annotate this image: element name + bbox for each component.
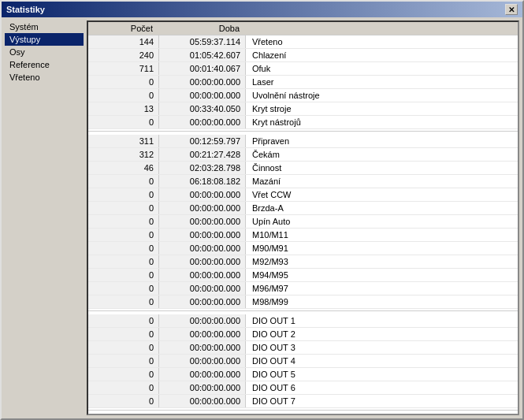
cell-count: 0 <box>88 242 159 255</box>
table-row[interactable]: 000:00:00.000M90/M91 <box>88 242 518 255</box>
table-row[interactable]: 000:00:00.000DIO OUT 6 <box>88 381 518 395</box>
table-row[interactable]: 000:00:00.000DIO OUT 1 <box>88 314 518 328</box>
table-row[interactable]: 000:00:00.000M96/M97 <box>88 282 518 295</box>
cell-count: 0 <box>88 328 159 340</box>
table-row[interactable]: 006:18:08.182Mazání <box>88 175 518 188</box>
cell-label: Činnost <box>246 163 518 173</box>
cell-count: 0 <box>88 255 159 268</box>
cell-label: M90/M91 <box>246 243 518 253</box>
table-row[interactable]: 000:00:00.000M92/M93 <box>88 255 518 269</box>
sidebar-item-v-eteno[interactable]: Vřeteno <box>5 71 84 84</box>
cell-count: 711 <box>88 62 159 75</box>
sidebar-item-v-stupy[interactable]: Výstupy <box>5 33 84 46</box>
cell-label: Mazání <box>246 177 518 186</box>
cell-label: Uvolnění nástroje <box>246 91 518 100</box>
table-row[interactable]: 000:00:00.000Upín Auto <box>88 215 518 229</box>
cell-count: 13 <box>88 102 159 115</box>
header-label <box>246 24 518 33</box>
cell-time: 00:00:00.000 <box>159 89 246 102</box>
cell-label: Kryt stroje <box>246 104 518 113</box>
cell-label: Upín Auto <box>246 217 518 226</box>
table-row[interactable]: 000:00:00.000DIO OUT 7 <box>88 395 518 408</box>
cell-time: 00:00:00.000 <box>159 341 246 354</box>
table-row[interactable]: 24001:05:42.607Chlazení <box>88 49 518 62</box>
table-row[interactable]: 71100:01:40.067Ofuk <box>88 62 518 76</box>
cell-count: 0 <box>88 188 159 201</box>
data-group-0: 14405:59:37.114Vřeteno24001:05:42.607Chl… <box>88 35 518 132</box>
cell-count: 46 <box>88 162 159 174</box>
cell-time: 00:00:00.000 <box>159 76 246 88</box>
table-row[interactable]: 1300:33:40.050Kryt stroje <box>88 102 518 116</box>
table-row[interactable]: 4602:03:28.798Činnost <box>88 162 518 175</box>
table-row[interactable]: 000:00:00.000DIO OUT 5 <box>88 368 518 381</box>
table-row[interactable]: 31200:21:27.428Čekám <box>88 148 518 162</box>
cell-count: 312 <box>88 148 159 161</box>
table-row[interactable]: 000:00:00.000Brzda-A <box>88 202 518 215</box>
sidebar-item-osy[interactable]: Osy <box>5 46 84 58</box>
cell-time: 00:00:00.000 <box>159 242 246 255</box>
close-button[interactable]: ✕ <box>505 4 518 15</box>
cell-time: 00:00:00.000 <box>159 269 246 281</box>
cell-count: 0 <box>88 314 159 327</box>
main-area: Počet Doba 14405:59:37.114Vřeteno24001:0… <box>87 20 519 415</box>
cell-time: 00:00:00.000 <box>159 282 246 295</box>
cell-count: 240 <box>88 49 159 61</box>
cell-time: 00:00:00.000 <box>159 395 246 407</box>
table-row[interactable]: 000:00:00.000Uvolnění nástroje <box>88 89 518 102</box>
table-row[interactable]: 000:00:00.000DIO OUT 3 <box>88 341 518 355</box>
cell-count: 0 <box>88 215 159 228</box>
header-count: Počet <box>88 24 159 33</box>
cell-label: DIO OUT 4 <box>246 356 518 366</box>
main-window: Statistiky ✕ SystémVýstupyOsyReferenceVř… <box>0 0 524 420</box>
table-row[interactable]: 000:00:00.000M98/M99 <box>88 295 518 309</box>
sidebar-item-reference[interactable]: Reference <box>5 58 84 71</box>
cell-time: 05:59:37.114 <box>159 35 246 48</box>
cell-time: 00:00:00.000 <box>159 368 246 381</box>
table-row[interactable]: 000:00:00.000Kryt nástrojů <box>88 116 518 129</box>
cell-label: M94/M95 <box>246 270 518 280</box>
table-row[interactable]: 000:00:00.000M10/M11 <box>88 229 518 242</box>
table-row[interactable]: 000:00:00.000DIO OUT 4 <box>88 355 518 368</box>
cell-label: Kryt nástrojů <box>246 117 518 127</box>
cell-label: DIO OUT 6 <box>246 383 518 392</box>
cell-label: Čekám <box>246 150 518 159</box>
cell-label: Ofuk <box>246 64 518 73</box>
cell-count: 0 <box>88 355 159 367</box>
cell-time: 00:00:00.000 <box>159 328 246 340</box>
cell-time: 00:00:00.000 <box>159 255 246 268</box>
cell-label: DIO OUT 1 <box>246 316 518 325</box>
table-row[interactable]: 000:00:00.000Laser <box>88 76 518 89</box>
cell-label: DIO OUT 5 <box>246 370 518 379</box>
cell-label: DIO OUT 2 <box>246 329 518 339</box>
cell-count: 0 <box>88 381 159 394</box>
sidebar: SystémVýstupyOsyReferenceVřeteno <box>5 20 84 415</box>
cell-count: 0 <box>88 269 159 281</box>
cell-time: 00:00:00.000 <box>159 215 246 228</box>
table-row[interactable]: 31100:12:59.797Připraven <box>88 135 518 148</box>
header-time: Doba <box>159 24 246 33</box>
cell-count: 0 <box>88 341 159 354</box>
table-row[interactable]: 14405:59:37.114Vřeteno <box>88 35 518 49</box>
cell-count: 0 <box>88 175 159 188</box>
cell-time: 00:00:00.000 <box>159 355 246 367</box>
scroll-area[interactable]: 14405:59:37.114Vřeteno24001:05:42.607Chl… <box>88 35 518 414</box>
cell-time: 00:21:27.428 <box>159 148 246 161</box>
cell-time: 01:05:42.607 <box>159 49 246 61</box>
cell-time: 00:01:40.067 <box>159 62 246 75</box>
cell-label: M98/M99 <box>246 297 518 307</box>
cell-count: 0 <box>88 89 159 102</box>
data-group-2: 000:00:00.000DIO OUT 1000:00:00.000DIO O… <box>88 314 518 411</box>
cell-count: 0 <box>88 76 159 88</box>
table-row[interactable]: 000:00:00.000M94/M95 <box>88 269 518 282</box>
cell-label: Laser <box>246 77 518 87</box>
cell-count: 0 <box>88 116 159 128</box>
table-row[interactable]: 000:00:00.000Vřet CCW <box>88 188 518 202</box>
cell-time: 00:00:00.000 <box>159 381 246 394</box>
cell-count: 0 <box>88 229 159 241</box>
table-row[interactable]: 000:00:00.000DIO OUT 2 <box>88 328 518 341</box>
cell-time: 00:00:00.000 <box>159 116 246 128</box>
cell-label: M10/M11 <box>246 230 518 240</box>
cell-count: 0 <box>88 395 159 407</box>
sidebar-item-syst-m[interactable]: Systém <box>5 20 84 33</box>
cell-label: DIO OUT 7 <box>246 396 518 406</box>
